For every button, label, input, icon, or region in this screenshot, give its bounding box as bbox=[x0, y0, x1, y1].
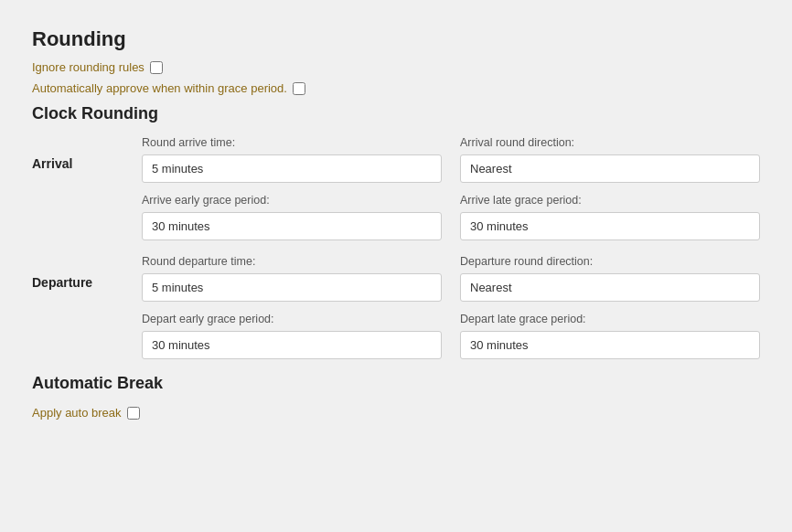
departure-top-pair: Round departure time: Departure round di… bbox=[142, 255, 760, 302]
departure-fields-group: Round departure time: Departure round di… bbox=[142, 255, 760, 359]
clock-rounding-section: Clock Rounding Arrival Round arrive time… bbox=[32, 104, 760, 359]
clock-rounding-title: Clock Rounding bbox=[32, 104, 760, 123]
ignore-rounding-checkbox[interactable] bbox=[150, 61, 163, 74]
ignore-rounding-label: Ignore rounding rules bbox=[32, 60, 144, 74]
depart-late-grace-input[interactable] bbox=[460, 331, 760, 359]
departure-label: Departure bbox=[32, 255, 142, 290]
apply-auto-break-row: Apply auto break bbox=[32, 406, 760, 420]
automatic-break-title: Automatic Break bbox=[32, 374, 760, 393]
depart-late-grace-label: Depart late grace period: bbox=[460, 313, 760, 325]
depart-early-grace-block: Depart early grace period: bbox=[142, 313, 442, 359]
apply-auto-break-label: Apply auto break bbox=[32, 406, 122, 420]
arrive-late-grace-block: Arrive late grace period: bbox=[460, 194, 760, 240]
arrival-bottom-pair: Arrive early grace period: Arrive late g… bbox=[142, 194, 760, 240]
round-arrive-time-block: Round arrive time: bbox=[142, 136, 442, 183]
ignore-rounding-row: Ignore rounding rules bbox=[32, 60, 760, 74]
departure-bottom-pair: Depart early grace period: Depart late g… bbox=[142, 313, 760, 359]
round-arrive-time-input[interactable] bbox=[142, 154, 442, 183]
depart-early-grace-input[interactable] bbox=[142, 331, 442, 359]
auto-approve-checkbox[interactable] bbox=[293, 82, 305, 95]
auto-approve-label: Automatically approve when within grace … bbox=[32, 81, 287, 95]
arrive-early-grace-block: Arrive early grace period: bbox=[142, 194, 442, 240]
automatic-break-section: Automatic Break Apply auto break bbox=[32, 374, 760, 420]
arrive-early-grace-input[interactable] bbox=[142, 212, 442, 240]
page-container: Rounding Ignore rounding rules Automatic… bbox=[18, 18, 774, 436]
page-title: Rounding bbox=[32, 27, 760, 51]
arrival-fields-group: Round arrive time: Arrival round directi… bbox=[142, 136, 760, 240]
auto-approve-row: Automatically approve when within grace … bbox=[32, 81, 760, 95]
round-depart-time-label: Round departure time: bbox=[142, 255, 442, 268]
round-arrive-time-label: Round arrive time: bbox=[142, 136, 442, 149]
arrive-late-grace-label: Arrive late grace period: bbox=[460, 194, 760, 207]
apply-auto-break-checkbox[interactable] bbox=[127, 407, 140, 420]
arrival-row: Arrival Round arrive time: Arrival round… bbox=[32, 136, 760, 240]
arrival-round-direction-block: Arrival round direction: bbox=[460, 136, 760, 183]
arrive-late-grace-input[interactable] bbox=[460, 212, 760, 240]
round-depart-time-input[interactable] bbox=[142, 273, 442, 302]
departure-row: Departure Round departure time: Departur… bbox=[32, 255, 760, 359]
depart-early-grace-label: Depart early grace period: bbox=[142, 313, 442, 325]
arrival-round-direction-label: Arrival round direction: bbox=[460, 136, 760, 149]
depart-round-direction-block: Departure round direction: bbox=[460, 255, 760, 302]
depart-round-direction-label: Departure round direction: bbox=[460, 255, 760, 268]
depart-late-grace-block: Depart late grace period: bbox=[460, 313, 760, 359]
arrival-round-direction-input[interactable] bbox=[460, 154, 760, 183]
arrival-top-pair: Round arrive time: Arrival round directi… bbox=[142, 136, 760, 183]
arrival-label: Arrival bbox=[32, 136, 142, 171]
round-depart-time-block: Round departure time: bbox=[142, 255, 442, 302]
arrive-early-grace-label: Arrive early grace period: bbox=[142, 194, 442, 207]
depart-round-direction-input[interactable] bbox=[460, 273, 760, 302]
